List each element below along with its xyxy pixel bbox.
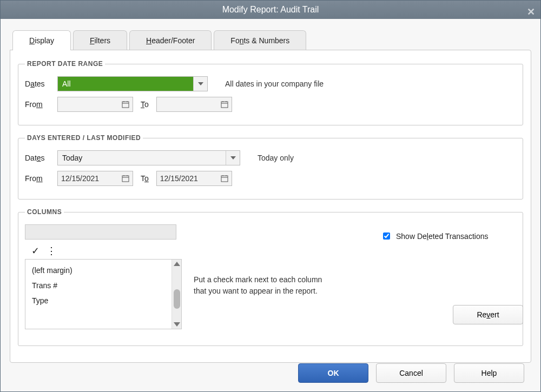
- svg-rect-4: [221, 102, 228, 108]
- columns-title: COLUMNS: [25, 208, 64, 216]
- days-from-input[interactable]: 12/15/2021: [57, 171, 133, 186]
- list-item[interactable]: Type: [25, 293, 181, 308]
- dates-label-2: Dates: [25, 154, 52, 162]
- revert-button[interactable]: Revert: [453, 305, 523, 324]
- show-deleted-checkbox[interactable]: Show Deleted Transactions: [381, 231, 516, 241]
- tab-header-footer[interactable]: Header/Footer: [129, 30, 212, 50]
- days-to-value: 12/15/2021: [160, 174, 198, 183]
- list-item[interactable]: Trans #: [25, 278, 181, 293]
- tab-filters[interactable]: Filters: [73, 30, 127, 50]
- chevron-down-icon[interactable]: [226, 151, 240, 165]
- days-entered-title: DAYS ENTERED / LAST MODIFIED: [25, 134, 143, 142]
- days-dates-value: Today: [58, 151, 226, 165]
- days-to-input[interactable]: 12/15/2021: [156, 171, 232, 186]
- show-deleted-input[interactable]: [383, 232, 390, 240]
- tab-display[interactable]: Display: [12, 30, 71, 50]
- close-icon[interactable]: ✕: [527, 3, 535, 21]
- calendar-icon[interactable]: [221, 175, 228, 182]
- to-label-2: To: [141, 174, 149, 183]
- column-filter-input[interactable]: [25, 224, 176, 240]
- to-label: To: [141, 100, 149, 109]
- report-from-input[interactable]: [57, 97, 133, 112]
- list-item[interactable]: (left margin): [25, 263, 181, 278]
- tab-fonts-numbers[interactable]: Fonts & Numbers: [214, 30, 306, 50]
- calendar-icon[interactable]: [221, 101, 228, 108]
- svg-rect-8: [122, 176, 129, 182]
- report-to-input[interactable]: [156, 97, 232, 112]
- show-deleted-label: Show Deleted Transactions: [396, 232, 488, 241]
- scroll-thumb[interactable]: [174, 289, 180, 309]
- report-dates-value: All: [58, 77, 193, 91]
- chevron-down-icon[interactable]: [193, 77, 207, 91]
- modify-report-window: Modify Report: Audit Trail ✕ Display Fil…: [0, 0, 541, 392]
- scroll-down-icon[interactable]: [174, 322, 180, 327]
- cancel-button[interactable]: Cancel: [376, 363, 446, 383]
- days-dates-dropdown[interactable]: Today: [57, 150, 240, 165]
- report-dates-dropdown[interactable]: All: [57, 76, 208, 91]
- svg-rect-0: [122, 102, 129, 108]
- from-label-2: From: [25, 174, 52, 183]
- calendar-icon[interactable]: [122, 175, 129, 182]
- dialog-footer: OK Cancel Help: [298, 363, 524, 383]
- columns-group: COLUMNS ✓ ⋮ (left margin) Trans # Type: [18, 208, 523, 346]
- scrollbar[interactable]: [171, 260, 181, 329]
- svg-rect-12: [221, 176, 228, 182]
- days-dates-hint: Today only: [258, 154, 294, 162]
- dates-label: Dates: [25, 79, 52, 88]
- days-from-value: 12/15/2021: [61, 174, 99, 183]
- window-title: Modify Report: Audit Trail: [222, 5, 319, 14]
- tab-bar: Display Filters Header/Footer Fonts & Nu…: [12, 30, 540, 50]
- help-button[interactable]: Help: [454, 363, 524, 383]
- ok-button[interactable]: OK: [298, 363, 368, 383]
- from-label: From: [25, 100, 52, 109]
- titlebar: Modify Report: Audit Trail ✕: [1, 1, 540, 19]
- report-date-range-group: REPORT DATE RANGE Dates All All dates in…: [18, 60, 523, 125]
- display-pane: REPORT DATE RANGE Dates All All dates in…: [10, 50, 531, 363]
- scroll-up-icon[interactable]: [174, 262, 180, 266]
- report-dates-hint: All dates in your company file: [225, 79, 324, 88]
- sort-indicator-icon[interactable]: ✓ ⋮: [31, 245, 182, 257]
- report-date-range-title: REPORT DATE RANGE: [25, 60, 105, 68]
- days-entered-group: DAYS ENTERED / LAST MODIFIED Dates Today…: [18, 134, 523, 200]
- calendar-icon[interactable]: [122, 101, 129, 108]
- columns-hint: Put a check mark next to each column tha…: [194, 274, 322, 329]
- columns-list[interactable]: (left margin) Trans # Type: [25, 259, 182, 329]
